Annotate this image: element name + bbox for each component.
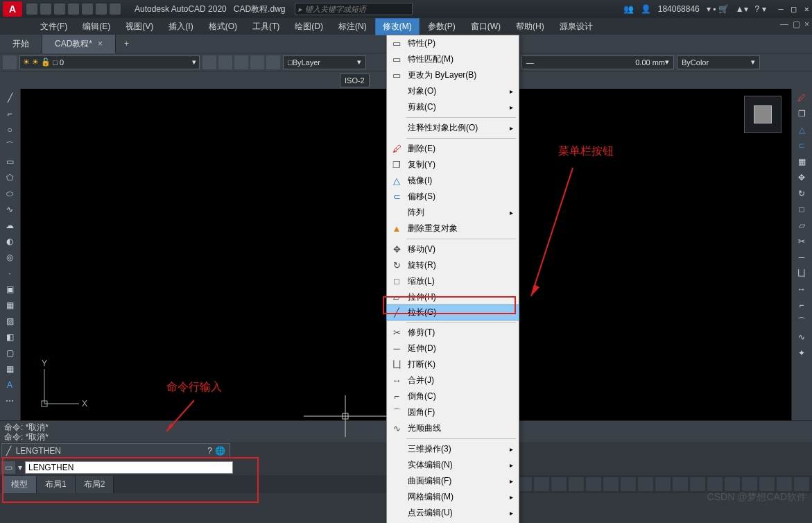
insert-icon[interactable]: ▦	[1, 298, 18, 313]
break-icon[interactable]: 凵	[793, 266, 810, 281]
layer-tool-icon[interactable]	[202, 55, 216, 69]
user-name[interactable]: 184068846	[658, 4, 700, 14]
color-dropdown[interactable]: ByColor▾	[677, 55, 760, 69]
menu-文件F[interactable]: 文件(F)	[33, 19, 74, 35]
menu-item-三维操作3[interactable]: 三维操作(3)	[387, 441, 519, 457]
point-icon[interactable]: ·	[1, 266, 18, 281]
menu-绘图D[interactable]: 绘图(D)	[288, 19, 330, 35]
lwt-icon[interactable]	[586, 477, 601, 491]
menu-item-拉伸H[interactable]: ▱拉伸(H)	[387, 289, 519, 305]
menu-item-倒角C[interactable]: ⌐倒角(C)	[387, 388, 519, 404]
annotation-mon-icon[interactable]	[673, 477, 688, 491]
layout-tab[interactable]: 模型	[3, 476, 37, 493]
menu-item-注释性对象比例O[interactable]: 注释性对象比例(O)	[387, 120, 519, 136]
globe-icon[interactable]: 🌐	[215, 446, 225, 456]
mirror-icon[interactable]: △	[793, 122, 810, 137]
units-icon[interactable]	[690, 477, 705, 491]
menu-item-更改为 ByLayerB[interactable]: ▭更改为 ByLayer(B)	[387, 67, 519, 83]
dim-tedit-icon[interactable]	[302, 74, 318, 87]
help-icon[interactable]: ? ▾	[755, 4, 766, 14]
dim-space-icon[interactable]	[186, 74, 201, 87]
menu-item-对象O[interactable]: 对象(O)	[387, 83, 519, 99]
dim-update-icon[interactable]	[319, 74, 334, 87]
otrack-icon[interactable]	[569, 477, 584, 491]
qat-open-icon[interactable]	[40, 3, 51, 15]
menu-item-缩放L[interactable]: □缩放(L)	[387, 273, 519, 289]
dim-ordinate-icon[interactable]	[53, 74, 68, 87]
doc-tab[interactable]: CAD教程*×	[42, 35, 116, 53]
hatch-icon[interactable]: ▨	[1, 314, 18, 329]
search-input[interactable]: ▸ 键入关键字或短语	[295, 3, 413, 15]
annoscale-icon[interactable]	[638, 477, 653, 491]
mdi-close[interactable]: ×	[804, 19, 809, 29]
menu-标注N[interactable]: 标注(N)	[331, 19, 374, 35]
text-icon[interactable]: A	[1, 377, 18, 393]
menu-帮助H[interactable]: 帮助(H)	[509, 19, 551, 35]
menu-工具T[interactable]: 工具(T)	[245, 19, 286, 35]
cart-icon[interactable]: ▾ ▪ 🛒	[707, 4, 729, 14]
menu-item-复制Y[interactable]: ❐复制(Y)	[387, 157, 519, 173]
app-switcher-icon[interactable]: ▲▾	[736, 4, 748, 14]
customize-icon[interactable]	[794, 477, 809, 491]
mdi-restore[interactable]: ▢	[793, 19, 800, 29]
dim-jogged-icon[interactable]	[86, 74, 101, 87]
osnap-icon[interactable]	[551, 477, 567, 491]
menu-item-实体编辑N[interactable]: 实体编辑(N)	[387, 457, 519, 473]
layer-tool-icon[interactable]	[266, 55, 280, 69]
qat-plot-icon[interactable]	[82, 3, 93, 15]
spline-icon[interactable]: ∿	[1, 202, 18, 217]
qat-redo-icon[interactable]	[110, 3, 121, 15]
block-icon[interactable]: ▣	[1, 282, 18, 297]
user-icon[interactable]: 👤	[641, 4, 651, 14]
menu-item-阵列[interactable]: 阵列	[387, 205, 519, 221]
dim-arc-icon[interactable]	[36, 74, 51, 87]
dim-diameter-icon[interactable]	[103, 74, 118, 87]
chamfer-icon[interactable]: ⌐	[793, 298, 810, 313]
layout-tab[interactable]: 布局2	[76, 476, 114, 493]
menu-item-修剪T[interactable]: ✂修剪(T)	[387, 325, 519, 341]
rect-icon[interactable]: ▭	[1, 154, 18, 169]
cycling-icon[interactable]	[621, 477, 636, 491]
fillet-icon[interactable]: ⌒	[793, 314, 810, 329]
minimize-button[interactable]: —	[779, 4, 784, 14]
isolate-icon[interactable]	[742, 477, 757, 491]
dim-edit-icon[interactable]	[286, 74, 301, 87]
lock-ui-icon[interactable]	[725, 477, 740, 491]
menu-参数P[interactable]: 参数(P)	[421, 19, 463, 35]
qat-new-icon[interactable]	[26, 3, 37, 15]
dim-aligned-icon[interactable]	[19, 74, 35, 87]
menu-窗口W[interactable]: 窗口(W)	[464, 19, 508, 35]
layer-dropdown[interactable]: ☀ ☀ 🔓 □ 0▾	[19, 55, 200, 69]
stretch-icon[interactable]: ▱	[793, 218, 810, 233]
menu-源泉设计[interactable]: 源泉设计	[553, 19, 600, 35]
command-prompt-icon[interactable]: ▭	[1, 461, 15, 474]
menu-item-拉长G[interactable]: ╱拉长(G)	[386, 305, 519, 320]
doc-tab[interactable]: 开始	[0, 35, 42, 53]
menu-item-光顺曲线[interactable]: ∿光顺曲线	[387, 420, 519, 436]
linetype-dropdown[interactable]: □ ByLayer▾	[283, 55, 366, 69]
mdi-min[interactable]: —	[780, 19, 788, 29]
qat-undo-icon[interactable]	[96, 3, 107, 15]
command-input[interactable]	[25, 461, 233, 474]
menu-item-合并J[interactable]: ↔合并(J)	[387, 372, 519, 388]
move-icon[interactable]: ✥	[793, 170, 810, 185]
polar-icon[interactable]	[534, 477, 549, 491]
menu-item-旋转R[interactable]: ↻旋转(R)	[387, 257, 519, 273]
menu-item-剪裁C[interactable]: 剪裁(C)	[387, 99, 519, 115]
donut-icon[interactable]: ◎	[1, 250, 18, 265]
autocomplete-item[interactable]: ╱ LENGTHEN ?🌐	[1, 443, 230, 458]
dimstyle-dropdown[interactable]: ISO-2	[340, 74, 370, 87]
dim-tol-icon[interactable]	[219, 74, 234, 87]
scale-icon[interactable]: □	[793, 202, 810, 217]
dim-angular-icon[interactable]	[119, 74, 135, 87]
dim-quick-icon[interactable]	[136, 74, 151, 87]
line-icon[interactable]: ╱	[1, 90, 18, 105]
workspace-icon[interactable]	[655, 477, 671, 491]
arc-icon[interactable]: ⌒	[1, 138, 18, 153]
menu-item-特性匹配M[interactable]: ▭特性匹配(M)	[387, 51, 519, 67]
revcloud-icon[interactable]: ☁	[1, 218, 18, 233]
join-icon[interactable]: ↔	[793, 282, 810, 297]
dim-baseline-icon[interactable]	[153, 74, 168, 87]
table-icon[interactable]: ▦	[1, 361, 18, 377]
mtext-icon[interactable]: ⋯	[1, 393, 18, 409]
